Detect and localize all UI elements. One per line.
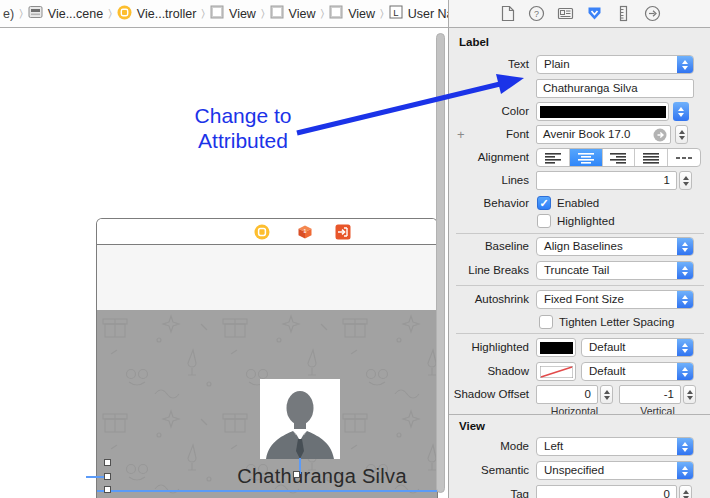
lines-label: Lines (449, 171, 529, 190)
breadcrumb-item-scene[interactable]: Vie...cene (28, 5, 103, 22)
resize-handle[interactable] (104, 486, 111, 493)
annotation-line-2: Attributed (158, 128, 328, 153)
mode-dropdown[interactable]: Left (536, 437, 694, 456)
breadcrumb-item-label: View (289, 7, 316, 21)
dropdown-stepper-icon (677, 462, 693, 479)
lines-field[interactable]: 1 (536, 171, 677, 190)
text-type-dropdown[interactable]: Plain (536, 55, 694, 74)
chevron-separator: 〉 (108, 7, 112, 20)
align-justify-segment[interactable] (635, 149, 668, 166)
breadcrumb: e) 〉 Vie...cene 〉 Vie...troller 〉 Vi (0, 0, 448, 27)
shadow-offset-vertical-field[interactable]: -1 (619, 385, 681, 404)
label-icon: L (389, 5, 403, 22)
section-divider (449, 414, 710, 415)
align-left-segment[interactable] (537, 149, 570, 166)
baseline-dropdown[interactable]: Align Baselines (536, 237, 694, 256)
tag-stepper[interactable] (679, 485, 692, 498)
autoshrink-label: Autoshrink (449, 290, 529, 309)
font-field[interactable]: Avenir Book 17.0 (536, 125, 671, 144)
mode-label: Mode (449, 437, 529, 456)
semantic-label: Semantic (449, 461, 529, 480)
label-text-field[interactable]: Chathuranga Silva (536, 79, 694, 98)
dropdown-stepper-icon (677, 363, 693, 380)
color-label: Color (449, 102, 529, 121)
file-inspector-icon[interactable] (498, 5, 516, 23)
highlighted-checkbox[interactable] (537, 214, 551, 228)
canvas-vertical-scrollbar[interactable] (436, 33, 445, 493)
inspector-toolbar: ? (448, 0, 710, 27)
line-breaks-dropdown[interactable]: Truncate Tail (536, 261, 694, 280)
size-inspector-icon[interactable] (614, 5, 632, 23)
horizontal-sublabel: Horizontal (536, 405, 613, 417)
resize-handle[interactable] (104, 473, 111, 480)
enabled-checkbox[interactable]: ✓ (537, 196, 551, 210)
lines-stepper[interactable] (679, 171, 692, 190)
font-picker-icon[interactable] (653, 128, 667, 142)
constraint-line-left (86, 476, 104, 478)
breadcrumb-item-view-1[interactable]: View (210, 5, 256, 22)
dropdown-stepper-icon (677, 438, 693, 455)
connections-inspector-icon[interactable] (643, 5, 661, 23)
shadow-offset-vertical-stepper[interactable] (683, 385, 696, 404)
baseline-label: Baseline (449, 237, 529, 256)
attributes-inspector-icon[interactable] (585, 5, 603, 23)
align-natural-segment[interactable] (668, 149, 700, 166)
view-controller-icon[interactable] (254, 224, 270, 240)
selection-bottom-edge (97, 490, 437, 492)
tighten-letter-spacing-checkbox[interactable] (539, 315, 553, 329)
resize-handle[interactable] (293, 471, 300, 478)
dropdown-stepper-icon (677, 262, 693, 279)
view-controller-scene[interactable]: 1 (96, 218, 438, 498)
highlighted-color-well[interactable] (536, 338, 576, 357)
color-dropdown-stepper-icon[interactable] (673, 102, 689, 121)
svg-text:?: ? (533, 9, 538, 19)
tag-field[interactable]: 0 (536, 485, 677, 498)
breadcrumb-item-view-2[interactable]: View (270, 5, 316, 22)
shadow-color-well[interactable] (536, 362, 576, 381)
align-center-segment[interactable] (570, 149, 603, 166)
chevron-separator: 〉 (201, 7, 205, 20)
storyboard-canvas: Change to Attributed 1 (0, 28, 448, 498)
scene-icon (28, 5, 43, 22)
text-color-well[interactable] (536, 102, 669, 121)
alignment-segmented-control (536, 148, 701, 167)
resize-handle[interactable] (104, 459, 111, 466)
exit-segue-icon[interactable] (335, 224, 351, 240)
font-size-stepper[interactable] (675, 125, 688, 144)
scene-dock: 1 (97, 219, 437, 245)
shadow-value: Default (582, 363, 677, 380)
alignment-label: Alignment (449, 148, 529, 167)
avatar-image-view[interactable] (260, 379, 340, 459)
color-swatch-black (540, 342, 573, 354)
chevron-separator: 〉 (380, 7, 384, 20)
separator (456, 333, 704, 334)
breadcrumb-item-view-controller[interactable]: Vie...troller (117, 5, 197, 23)
chevron-separator: 〉 (261, 7, 265, 20)
semantic-dropdown[interactable]: Unspecified (536, 461, 694, 480)
no-color-swatch-icon (540, 366, 573, 378)
breadcrumb-item-user-name-label[interactable]: L User Name (389, 5, 448, 22)
mode-value: Left (537, 438, 677, 455)
breadcrumb-item-label: Vie...troller (137, 7, 197, 21)
font-value: Avenir Book 17.0 (543, 128, 630, 140)
autoshrink-value: Fixed Font Size (537, 291, 677, 308)
baseline-value: Align Baselines (537, 238, 677, 255)
line-breaks-label: Line Breaks (449, 261, 529, 280)
autoshrink-dropdown[interactable]: Fixed Font Size (536, 290, 694, 309)
view-icon (329, 5, 343, 22)
chevron-separator: 〉 (19, 7, 23, 20)
identity-inspector-icon[interactable] (556, 5, 574, 23)
shadow-offset-horizontal-stepper[interactable] (600, 385, 613, 404)
align-right-segment[interactable] (603, 149, 636, 166)
breadcrumb-item-label: View (348, 7, 375, 21)
breadcrumb-item-view-3[interactable]: View (329, 5, 375, 22)
font-label: Font (449, 125, 529, 144)
svg-text:L: L (393, 7, 398, 18)
first-responder-icon[interactable]: 1 (297, 224, 313, 240)
shadow-default-dropdown[interactable]: Default (581, 362, 694, 381)
quick-help-icon[interactable]: ? (527, 5, 545, 23)
shadow-offset-horizontal-field[interactable]: 0 (536, 385, 598, 404)
breadcrumb-leading[interactable]: e) (3, 7, 14, 21)
behavior-label: Behavior (449, 195, 529, 211)
highlighted-default-dropdown[interactable]: Default (581, 338, 694, 357)
